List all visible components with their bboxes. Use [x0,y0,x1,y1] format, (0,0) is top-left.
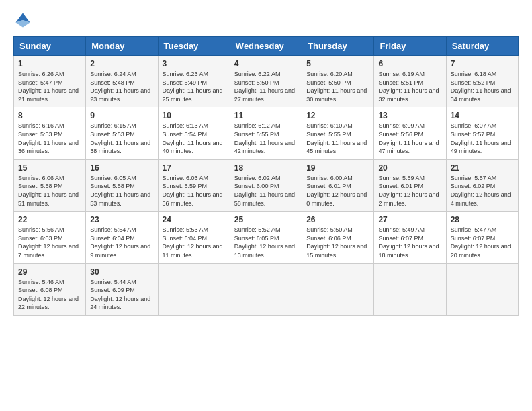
day-number: 29 [18,267,81,277]
cell-info: Sunrise: 5:52 AMSunset: 6:05 PMDaylight:… [234,226,295,259]
cell-info: Sunrise: 5:57 AMSunset: 6:02 PMDaylight:… [451,175,511,207]
calendar-day-header: Saturday [446,37,518,56]
cell-info: Sunrise: 6:24 AMSunset: 5:48 PMDaylight:… [90,71,150,103]
calendar-cell: 12 Sunrise: 6:10 AMSunset: 5:55 PMDaylig… [302,107,374,159]
day-number: 19 [306,163,369,173]
calendar-cell: 28 Sunrise: 5:47 AMSunset: 6:07 PMDaylig… [446,212,518,263]
calendar-table: SundayMondayTuesdayWednesdayThursdayFrid… [13,36,519,316]
cell-info: Sunrise: 6:23 AMSunset: 5:49 PMDaylight:… [163,71,223,103]
logo-icon [13,11,32,30]
day-number: 6 [378,59,441,68]
calendar-week-row: 29 Sunrise: 5:46 AMSunset: 6:08 PMDaylig… [14,263,519,315]
cell-info: Sunrise: 5:53 AMSunset: 6:04 PMDaylight:… [163,226,223,259]
cell-info: Sunrise: 5:47 AMSunset: 6:07 PMDaylight:… [451,226,511,259]
calendar-week-row: 1 Sunrise: 6:26 AMSunset: 5:47 PMDayligh… [14,56,519,107]
day-number: 2 [90,59,153,68]
calendar-cell [446,263,518,315]
calendar-cell [302,263,374,315]
calendar-week-row: 22 Sunrise: 5:56 AMSunset: 6:03 PMDaylig… [14,212,519,263]
cell-info: Sunrise: 6:07 AMSunset: 5:57 PMDaylight:… [451,122,511,154]
day-number: 26 [306,215,369,224]
cell-info: Sunrise: 6:16 AMSunset: 5:53 PMDaylight:… [18,122,79,154]
cell-info: Sunrise: 6:02 AMSunset: 6:00 PMDaylight:… [234,175,295,207]
calendar-cell: 13 Sunrise: 6:09 AMSunset: 5:56 PMDaylig… [374,107,446,159]
calendar-cell: 25 Sunrise: 5:52 AMSunset: 6:05 PMDaylig… [230,212,302,263]
cell-info: Sunrise: 6:19 AMSunset: 5:51 PMDaylight:… [378,71,439,103]
cell-info: Sunrise: 6:22 AMSunset: 5:50 PMDaylight:… [234,71,295,103]
calendar-cell: 22 Sunrise: 5:56 AMSunset: 6:03 PMDaylig… [14,212,86,263]
calendar-day-header: Monday [86,37,158,56]
calendar-cell: 29 Sunrise: 5:46 AMSunset: 6:08 PMDaylig… [14,263,86,315]
cell-info: Sunrise: 6:18 AMSunset: 5:52 PMDaylight:… [451,71,511,103]
calendar-cell [230,263,302,315]
day-number: 18 [234,163,298,173]
calendar-cell: 15 Sunrise: 6:06 AMSunset: 5:58 PMDaylig… [14,159,86,211]
cell-info: Sunrise: 6:12 AMSunset: 5:55 PMDaylight:… [234,122,295,154]
calendar-day-header: Sunday [14,37,86,56]
cell-info: Sunrise: 6:05 AMSunset: 5:58 PMDaylight:… [90,175,150,207]
day-number: 21 [451,163,514,173]
calendar-header-row: SundayMondayTuesdayWednesdayThursdayFrid… [14,37,519,56]
calendar-cell: 8 Sunrise: 6:16 AMSunset: 5:53 PMDayligh… [14,107,86,159]
day-number: 22 [18,215,81,224]
calendar-day-header: Tuesday [158,37,230,56]
cell-info: Sunrise: 6:10 AMSunset: 5:55 PMDaylight:… [306,122,367,154]
calendar-day-header: Friday [374,37,446,56]
calendar-cell: 20 Sunrise: 5:59 AMSunset: 6:01 PMDaylig… [374,159,446,211]
day-number: 4 [234,59,298,68]
calendar-cell: 27 Sunrise: 5:49 AMSunset: 6:07 PMDaylig… [374,212,446,263]
calendar-cell: 7 Sunrise: 6:18 AMSunset: 5:52 PMDayligh… [446,56,518,107]
calendar-cell [374,263,446,315]
day-number: 28 [451,215,514,224]
calendar-cell: 6 Sunrise: 6:19 AMSunset: 5:51 PMDayligh… [374,56,446,107]
logo [13,11,35,30]
calendar-day-header: Wednesday [230,37,302,56]
calendar-cell: 4 Sunrise: 6:22 AMSunset: 5:50 PMDayligh… [230,56,302,107]
cell-info: Sunrise: 6:06 AMSunset: 5:58 PMDaylight:… [18,175,79,207]
calendar-cell: 18 Sunrise: 6:02 AMSunset: 6:00 PMDaylig… [230,159,302,211]
calendar-cell [158,263,230,315]
day-number: 25 [234,215,298,224]
day-number: 14 [451,111,514,120]
cell-info: Sunrise: 5:56 AMSunset: 6:03 PMDaylight:… [18,226,79,259]
day-number: 8 [18,111,81,120]
day-number: 20 [378,163,441,173]
calendar-cell: 11 Sunrise: 6:12 AMSunset: 5:55 PMDaylig… [230,107,302,159]
calendar-week-row: 8 Sunrise: 6:16 AMSunset: 5:53 PMDayligh… [14,107,519,159]
calendar-week-row: 15 Sunrise: 6:06 AMSunset: 5:58 PMDaylig… [14,159,519,211]
day-number: 5 [306,59,369,68]
calendar-cell: 21 Sunrise: 5:57 AMSunset: 6:02 PMDaylig… [446,159,518,211]
cell-info: Sunrise: 5:46 AMSunset: 6:08 PMDaylight:… [18,279,79,311]
calendar-cell: 16 Sunrise: 6:05 AMSunset: 5:58 PMDaylig… [86,159,158,211]
cell-info: Sunrise: 6:15 AMSunset: 5:53 PMDaylight:… [90,122,150,154]
day-number: 7 [451,59,514,68]
day-number: 15 [18,163,81,173]
cell-info: Sunrise: 5:59 AMSunset: 6:01 PMDaylight:… [378,175,439,207]
cell-info: Sunrise: 5:44 AMSunset: 6:09 PMDaylight:… [90,279,150,311]
day-number: 23 [90,215,153,224]
calendar-cell: 2 Sunrise: 6:24 AMSunset: 5:48 PMDayligh… [86,56,158,107]
calendar-day-header: Thursday [302,37,374,56]
page: SundayMondayTuesdayWednesdayThursdayFrid… [0,0,532,411]
day-number: 12 [306,111,369,120]
calendar-cell: 23 Sunrise: 5:54 AMSunset: 6:04 PMDaylig… [86,212,158,263]
day-number: 10 [163,111,226,120]
calendar-cell: 5 Sunrise: 6:20 AMSunset: 5:50 PMDayligh… [302,56,374,107]
calendar-cell: 3 Sunrise: 6:23 AMSunset: 5:49 PMDayligh… [158,56,230,107]
cell-info: Sunrise: 5:49 AMSunset: 6:07 PMDaylight:… [378,226,439,259]
calendar-cell: 1 Sunrise: 6:26 AMSunset: 5:47 PMDayligh… [14,56,86,107]
calendar-cell: 30 Sunrise: 5:44 AMSunset: 6:09 PMDaylig… [86,263,158,315]
calendar-cell: 9 Sunrise: 6:15 AMSunset: 5:53 PMDayligh… [86,107,158,159]
day-number: 16 [90,163,153,173]
calendar-cell: 24 Sunrise: 5:53 AMSunset: 6:04 PMDaylig… [158,212,230,263]
day-number: 27 [378,215,441,224]
calendar-cell: 14 Sunrise: 6:07 AMSunset: 5:57 PMDaylig… [446,107,518,159]
day-number: 3 [163,59,226,68]
day-number: 1 [18,59,81,68]
cell-info: Sunrise: 5:50 AMSunset: 6:06 PMDaylight:… [306,226,367,259]
cell-info: Sunrise: 6:03 AMSunset: 5:59 PMDaylight:… [163,175,223,207]
calendar-cell: 17 Sunrise: 6:03 AMSunset: 5:59 PMDaylig… [158,159,230,211]
calendar-cell: 10 Sunrise: 6:13 AMSunset: 5:54 PMDaylig… [158,107,230,159]
day-number: 24 [163,215,226,224]
cell-info: Sunrise: 6:26 AMSunset: 5:47 PMDaylight:… [18,71,79,103]
